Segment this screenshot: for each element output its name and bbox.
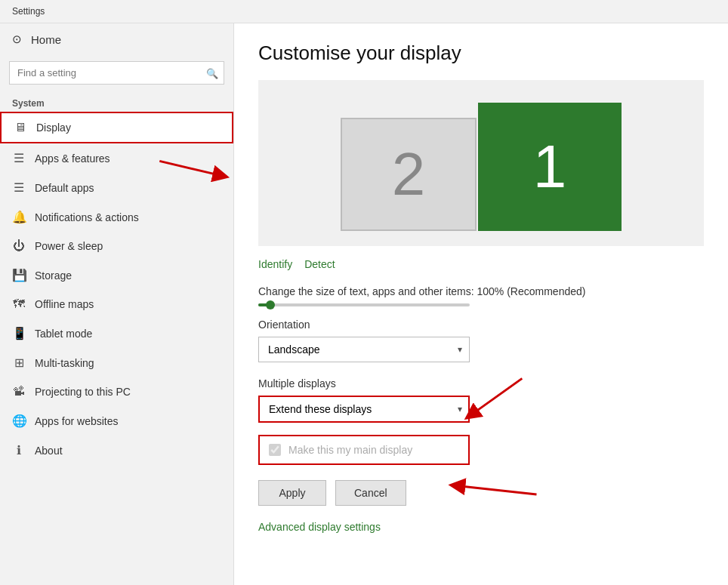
main-display-checkbox[interactable] bbox=[269, 444, 281, 456]
search-container: 🔍 bbox=[9, 61, 224, 85]
notifications-icon: 🔔 bbox=[12, 210, 26, 224]
scale-slider-container bbox=[258, 303, 704, 306]
offline-maps-icon: 🗺 bbox=[12, 297, 26, 311]
main-display-row: Make this my main display bbox=[258, 435, 470, 465]
storage-icon: 💾 bbox=[12, 268, 26, 282]
multiple-displays-label: Multiple displays bbox=[258, 377, 704, 389]
home-icon: ⊙ bbox=[12, 32, 22, 46]
search-icon: 🔍 bbox=[206, 67, 218, 79]
title-bar: Settings bbox=[0, 0, 728, 23]
sidebar: ⊙ Home 🔍 System 🖥 Display ☰ Apps & featu… bbox=[0, 23, 234, 585]
sidebar-item-projecting[interactable]: 📽 Projecting to this PC bbox=[0, 377, 233, 406]
display-actions: Identify Detect bbox=[258, 258, 704, 270]
orientation-setting: Orientation Landscape Portrait Landscape… bbox=[258, 319, 704, 362]
main-content: Customise your display 2 1 Identify Dete… bbox=[234, 23, 728, 585]
scale-setting: Change the size of text, apps and other … bbox=[258, 285, 704, 306]
monitor-2[interactable]: 2 bbox=[341, 118, 477, 231]
sidebar-item-multitasking[interactable]: ⊞ Multi-tasking bbox=[0, 348, 233, 377]
scale-slider-thumb[interactable] bbox=[266, 300, 275, 309]
search-input[interactable] bbox=[9, 61, 224, 85]
sidebar-item-home[interactable]: ⊙ Home bbox=[0, 23, 233, 55]
main-display-label: Make this my main display bbox=[288, 444, 412, 456]
scale-label: Change the size of text, apps and other … bbox=[258, 285, 704, 297]
multitask-icon: ⊞ bbox=[12, 356, 26, 370]
cancel-button[interactable]: Cancel bbox=[335, 480, 406, 506]
monitor-1[interactable]: 1 bbox=[478, 103, 622, 231]
page-title: Customise your display bbox=[258, 42, 704, 65]
tablet-icon: 📱 bbox=[12, 326, 26, 340]
sidebar-item-notifications[interactable]: 🔔 Notifications & actions bbox=[0, 202, 233, 232]
sidebar-item-apps-websites[interactable]: 🌐 Apps for websites bbox=[0, 406, 233, 436]
action-buttons: Apply Cancel bbox=[258, 480, 704, 506]
orientation-dropdown-wrapper: Landscape Portrait Landscape (flipped) P… bbox=[258, 337, 470, 362]
sidebar-item-default-apps[interactable]: ☰ Default apps bbox=[0, 173, 233, 202]
apps-features-icon: ☰ bbox=[12, 151, 26, 165]
scale-slider-track bbox=[258, 303, 470, 306]
sidebar-item-display[interactable]: 🖥 Display bbox=[0, 112, 233, 143]
display-icon: 🖥 bbox=[14, 121, 27, 134]
detect-link[interactable]: Detect bbox=[304, 258, 335, 270]
orientation-label: Orientation bbox=[258, 319, 704, 331]
sidebar-item-power-sleep[interactable]: ⏻ Power & sleep bbox=[0, 232, 233, 260]
multiple-displays-select[interactable]: Duplicate these displays Extend these di… bbox=[258, 396, 470, 423]
default-apps-icon: ☰ bbox=[12, 180, 26, 195]
display-preview: 2 1 bbox=[258, 80, 704, 246]
orientation-select[interactable]: Landscape Portrait Landscape (flipped) P… bbox=[258, 337, 470, 362]
power-icon: ⏻ bbox=[12, 239, 26, 253]
section-label: System bbox=[0, 91, 233, 112]
app-title: Settings bbox=[12, 6, 45, 17]
about-icon: ℹ bbox=[12, 443, 26, 457]
sidebar-item-apps-features[interactable]: ☰ Apps & features bbox=[0, 143, 233, 173]
identify-link[interactable]: Identify bbox=[258, 258, 292, 270]
apps-websites-icon: 🌐 bbox=[12, 414, 26, 428]
sidebar-item-storage[interactable]: 💾 Storage bbox=[0, 260, 233, 290]
sidebar-item-tablet-mode[interactable]: 📱 Tablet mode bbox=[0, 319, 233, 348]
sidebar-item-offline-maps[interactable]: 🗺 Offline maps bbox=[0, 290, 233, 319]
multiple-displays-setting: Multiple displays Duplicate these displa… bbox=[258, 377, 704, 423]
apply-button[interactable]: Apply bbox=[258, 480, 326, 506]
project-icon: 📽 bbox=[12, 385, 26, 399]
sidebar-item-about[interactable]: ℹ About bbox=[0, 436, 233, 465]
multiple-displays-dropdown-wrapper: Duplicate these displays Extend these di… bbox=[258, 396, 470, 423]
advanced-display-link[interactable]: Advanced display settings bbox=[258, 521, 381, 533]
